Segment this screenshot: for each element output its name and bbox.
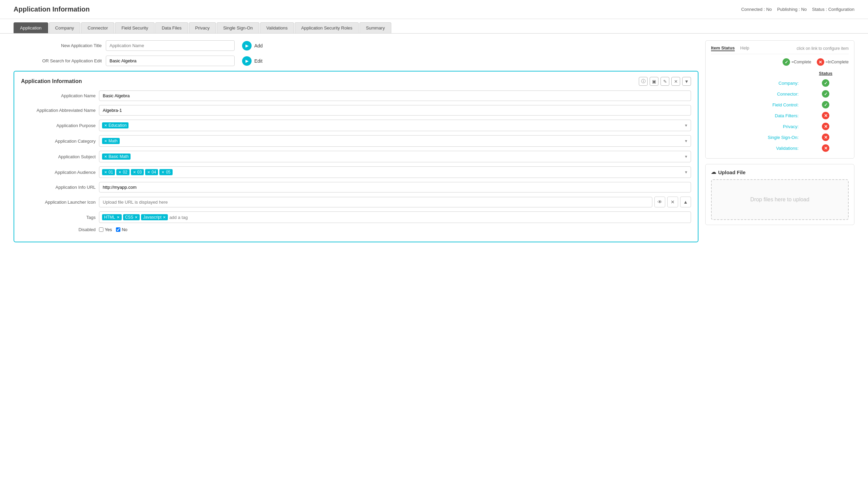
search-input[interactable] (106, 56, 235, 66)
app-audience-label: Application Audience (21, 170, 96, 175)
app-launcher-icon-row: Application Launcher Icon 👁 ✕ ▲ (21, 197, 691, 207)
add-label: Add (254, 43, 263, 48)
eye-button[interactable]: 👁 (654, 197, 665, 207)
privacy-status: ✕ (803, 121, 849, 132)
app-abbr-label: Application Abbreviated Name (21, 108, 96, 113)
expand-icon[interactable]: ▼ (682, 77, 691, 86)
data-filters-label[interactable]: Data Filters: (711, 110, 803, 121)
data-filters-status: ✕ (803, 110, 849, 121)
legend-incomplete-text: =InComplete (826, 60, 849, 64)
close-icon[interactable]: ✕ (671, 77, 680, 86)
company-label[interactable]: Company: (711, 78, 803, 88)
validations-label[interactable]: Validations: (711, 143, 803, 154)
tab-field-security[interactable]: Field Security (115, 22, 155, 33)
tab-security-roles[interactable]: Application Security Roles (295, 22, 359, 33)
tab-help[interactable]: Help (740, 45, 749, 51)
tags-label: Tags (21, 215, 96, 220)
tab-single-sign-on[interactable]: Single Sign-On (217, 22, 259, 33)
tab-validations[interactable]: Validations (260, 22, 294, 33)
audience-tag-02: ✕02 (116, 169, 129, 175)
app-info-url-input[interactable] (99, 182, 691, 192)
disabled-yes-checkbox[interactable] (99, 227, 103, 232)
privacy-label[interactable]: Privacy: (711, 121, 803, 132)
app-abbr-input[interactable] (99, 105, 691, 116)
field-control-label[interactable]: Field Control: (711, 99, 803, 110)
table-row: Field Control: ✓ (711, 99, 849, 110)
launcher-icon-url-input[interactable] (99, 197, 652, 207)
app-tags-row: Tags HTML ✕ CSS ✕ Javascript ✕ (21, 211, 691, 223)
table-row: Single Sign-On: ✕ (711, 132, 849, 143)
field-control-status-icon: ✓ (822, 101, 829, 108)
status-config: Status : Configuration (812, 7, 854, 12)
app-purpose-select[interactable]: ✕ Education ▼ (99, 120, 691, 131)
company-status: ✓ (803, 78, 849, 88)
complete-icon: ✓ (783, 58, 790, 66)
tab-connector[interactable]: Connector (81, 22, 114, 33)
application-info-box: Application Information ⓘ ▣ ✎ ✕ ▼ Applic… (14, 71, 698, 242)
app-category-select[interactable]: ✕ Math ▼ (99, 135, 691, 147)
app-subject-select[interactable]: ✕ Basic Math ▼ (99, 151, 691, 162)
sso-label[interactable]: Single Sign-On: (711, 132, 803, 143)
tab-application[interactable]: Application (14, 22, 48, 33)
table-row: Company: ✓ (711, 78, 849, 88)
tab-summary[interactable]: Summary (359, 22, 391, 33)
page-wrapper: Application Information Connected : No P… (0, 0, 868, 488)
edit-icon[interactable]: ✎ (660, 77, 669, 86)
disabled-no-label[interactable]: No (116, 227, 127, 232)
drop-zone-text: Drop files here to upload (750, 197, 809, 203)
app-info-url-row: Application Info URL (21, 182, 691, 192)
status-box-header: Item Status Help click on link to config… (711, 45, 849, 54)
tag-javascript: Javascript ✕ (141, 214, 168, 220)
drop-zone[interactable]: Drop files here to upload (711, 179, 849, 220)
monitor-icon[interactable]: ▣ (650, 77, 658, 86)
app-name-label: Application Name (21, 93, 96, 98)
status-col-header: Status (819, 71, 832, 76)
clear-button[interactable]: ✕ (667, 197, 678, 207)
upload-button[interactable]: ▲ (680, 197, 691, 207)
connector-label[interactable]: Connector: (711, 88, 803, 99)
tab-privacy[interactable]: Privacy (189, 22, 216, 33)
tab-company[interactable]: Company (49, 22, 81, 33)
app-audience-select[interactable]: ✕01 ✕02 ✕03 ✕04 ✕05 ▼ (99, 166, 691, 178)
status-tabs: Item Status Help (711, 45, 749, 51)
tab-item-status[interactable]: Item Status (711, 45, 735, 51)
add-tag-input[interactable] (169, 215, 226, 220)
edit-play-icon: ▶ (242, 56, 252, 66)
app-name-input[interactable] (99, 90, 691, 101)
app-purpose-label: Application Purpose (21, 123, 96, 128)
category-tag-math: ✕ Math (102, 138, 120, 144)
purpose-tag-education: ✕ Education (102, 122, 129, 128)
launcher-icon-upload-row: 👁 ✕ ▲ (99, 197, 691, 207)
status-table: Status Company: ✓ Connector: (711, 69, 849, 154)
audience-tag-04: ✕04 (145, 169, 158, 175)
tab-data-files[interactable]: Data Files (155, 22, 188, 33)
new-app-label: New Application Title (14, 43, 102, 48)
disabled-options: Yes No (99, 227, 127, 232)
edit-label: Edit (254, 58, 262, 64)
status-connected: Connected : No (741, 7, 772, 12)
tags-container[interactable]: HTML ✕ CSS ✕ Javascript ✕ (99, 211, 691, 223)
disabled-label: Disabled (21, 227, 96, 232)
search-label: OR Search for Application Edit (14, 58, 102, 63)
company-status-icon: ✓ (822, 79, 829, 87)
new-app-row: New Application Title ▶ Add (14, 40, 698, 51)
sso-status-icon: ✕ (822, 134, 829, 141)
disabled-yes-label[interactable]: Yes (99, 227, 112, 232)
yes-text: Yes (105, 227, 112, 232)
configure-link: click on link to configure item (797, 46, 849, 51)
search-row: OR Search for Application Edit ▶ Edit (14, 56, 698, 66)
app-name-row: Application Name (21, 90, 691, 101)
table-row: Validations: ✕ (711, 143, 849, 154)
new-app-input[interactable] (106, 40, 235, 51)
status-publishing: Publishing : No (777, 7, 807, 12)
info-icon[interactable]: ⓘ (639, 77, 648, 86)
edit-button[interactable]: ▶ Edit (242, 56, 262, 66)
add-button[interactable]: ▶ Add (242, 41, 263, 50)
audience-tag-03: ✕03 (131, 169, 144, 175)
sso-status: ✕ (803, 132, 849, 143)
legend-complete-text: =Complete (791, 60, 811, 64)
audience-tag-01: ✕01 (102, 169, 115, 175)
disabled-no-checkbox[interactable] (116, 227, 120, 232)
subject-tag-basic-math: ✕ Basic Math (102, 154, 131, 160)
info-box-header: Application Information ⓘ ▣ ✎ ✕ ▼ (21, 77, 691, 86)
